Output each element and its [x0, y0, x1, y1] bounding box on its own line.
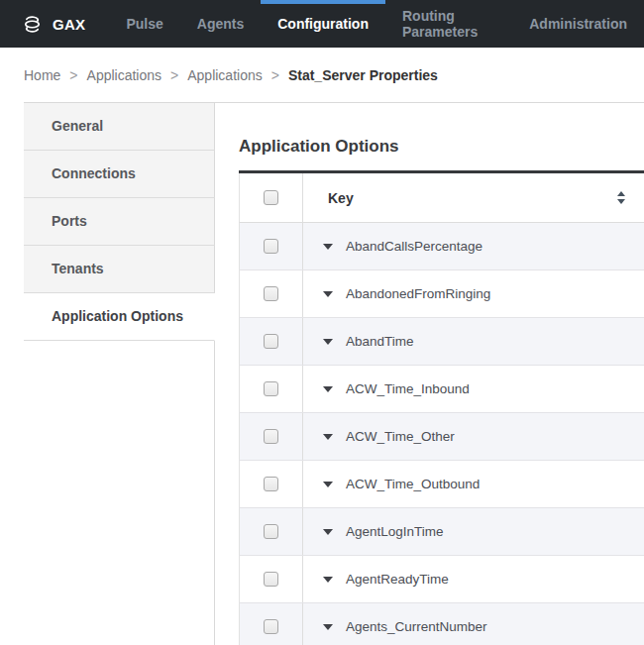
row-key-cell: AgentReadyTime — [303, 572, 644, 587]
sort-icon[interactable] — [617, 191, 625, 204]
table-row[interactable]: ACW_Time_Inbound — [239, 366, 644, 413]
row-key-cell: AbandonedFromRinging — [303, 286, 644, 301]
sidebar-tab[interactable]: Ports — [24, 198, 215, 246]
gax-logo-icon — [21, 13, 44, 36]
sidebar-tab-label: Connections — [52, 165, 136, 181]
row-key-cell: ACW_Time_Other — [303, 429, 644, 444]
nav-item[interactable]: Administration — [512, 0, 644, 48]
sidebar-tabs: General Connections Ports Tenants Applic… — [24, 103, 215, 645]
row-checkbox[interactable] — [264, 524, 278, 539]
expand-triangle-icon[interactable] — [323, 291, 333, 297]
nav-item-label: Agents — [197, 16, 244, 32]
breadcrumb-separator: > — [271, 67, 279, 83]
row-key-cell: ACW_Time_Outbound — [303, 477, 644, 491]
option-key-label: ACW_Time_Other — [346, 429, 455, 444]
select-all-cell — [240, 173, 303, 222]
brand-name: GAX — [53, 16, 85, 33]
breadcrumb-link[interactable]: Applications — [187, 67, 263, 83]
content-area: General Connections Ports Tenants Applic… — [24, 102, 644, 645]
options-table: Key AbandCa — [239, 170, 644, 645]
page-title: Application Options — [239, 137, 644, 157]
expand-triangle-icon[interactable] — [323, 244, 333, 250]
row-checkbox[interactable] — [264, 239, 278, 254]
row-checkbox[interactable] — [264, 619, 278, 634]
table-row[interactable]: ACW_Time_Other — [239, 413, 644, 461]
row-checkbox[interactable] — [264, 572, 278, 587]
sidebar-filler — [24, 341, 215, 645]
main-panel: Application Options Key — [215, 103, 644, 645]
sort-down-arrow-icon — [617, 199, 625, 204]
sidebar-tab[interactable]: General — [24, 103, 215, 151]
expand-triangle-icon[interactable] — [323, 339, 333, 345]
row-checkbox-cell — [240, 508, 303, 555]
expand-triangle-icon[interactable] — [323, 624, 333, 630]
table-row[interactable]: ACW_Time_Outbound — [239, 461, 644, 508]
table-row[interactable]: AbandCallsPercentage — [239, 223, 644, 270]
expand-triangle-icon[interactable] — [323, 577, 333, 583]
expand-triangle-icon[interactable] — [323, 529, 333, 535]
row-checkbox[interactable] — [264, 477, 278, 491]
row-checkbox-cell — [240, 223, 303, 269]
nav-item-label: Configuration — [277, 16, 369, 32]
option-key-label: AgentReadyTime — [346, 572, 449, 587]
row-key-cell: AbandCallsPercentage — [303, 239, 644, 254]
row-key-cell: ACW_Time_Inbound — [303, 381, 644, 396]
breadcrumb-links: Home > Applications > Applications > — [24, 67, 288, 83]
table-row[interactable]: AbandTime — [239, 318, 644, 366]
nav-item-label: Administration — [529, 16, 627, 32]
row-key-cell: AgentLogInTime — [303, 524, 644, 539]
row-checkbox-cell — [240, 413, 303, 460]
top-navigation-bar: GAX Pulse Agents Configuration Routing P… — [0, 0, 644, 48]
row-checkbox[interactable] — [264, 429, 278, 444]
row-checkbox-cell — [240, 366, 303, 412]
sidebar-tab-list: General Connections Ports Tenants Applic… — [24, 103, 215, 341]
row-checkbox[interactable] — [264, 286, 278, 301]
select-all-checkbox[interactable] — [264, 190, 278, 205]
row-checkbox[interactable] — [264, 334, 278, 349]
key-header-cell[interactable]: Key — [303, 190, 644, 206]
row-checkbox-cell — [240, 461, 303, 507]
row-key-cell: AbandTime — [303, 334, 644, 349]
sidebar-tab[interactable]: Tenants — [24, 246, 215, 293]
breadcrumb-link[interactable]: Home — [24, 67, 60, 83]
table-row[interactable]: AgentLogInTime — [239, 508, 644, 556]
expand-triangle-icon[interactable] — [323, 386, 333, 392]
breadcrumb-separator: > — [69, 67, 77, 83]
brand: GAX — [0, 0, 85, 48]
sidebar-tab-label: General — [52, 118, 103, 134]
breadcrumb-separator: > — [170, 67, 178, 83]
table-row[interactable]: Agents_CurrentNumber — [239, 603, 644, 645]
option-key-label: ACW_Time_Outbound — [346, 477, 480, 491]
table-row[interactable]: AbandonedFromRinging — [239, 270, 644, 318]
breadcrumb-link[interactable]: Applications — [87, 67, 162, 83]
sidebar-tab[interactable]: Connections — [24, 151, 215, 198]
table-header-row: Key — [239, 173, 644, 223]
option-key-label: ACW_Time_Inbound — [346, 381, 470, 396]
table-body: AbandCallsPercentage AbandonedFromRingin… — [239, 223, 644, 645]
sidebar-tab[interactable]: Application Options — [24, 293, 215, 341]
option-key-label: Agents_CurrentNumber — [346, 619, 487, 634]
row-key-cell: Agents_CurrentNumber — [303, 619, 644, 634]
option-key-label: AbandonedFromRinging — [346, 286, 490, 301]
breadcrumb-current: Stat_Server Properties — [288, 67, 438, 83]
sort-up-arrow-icon — [617, 191, 625, 196]
sidebar-tab-label: Application Options — [52, 308, 183, 324]
sidebar-tab-label: Ports — [52, 213, 87, 229]
sidebar-tab-label: Tenants — [52, 261, 104, 276]
nav-item[interactable]: Agents — [180, 0, 261, 48]
option-key-label: AbandTime — [346, 334, 414, 349]
table-row[interactable]: AgentReadyTime — [239, 556, 644, 603]
expand-triangle-icon[interactable] — [323, 482, 333, 487]
expand-triangle-icon[interactable] — [323, 434, 333, 440]
row-checkbox[interactable] — [264, 381, 278, 396]
nav-item[interactable]: Routing Parameters — [385, 0, 512, 48]
nav-item[interactable]: Pulse — [109, 0, 179, 48]
nav-menu: Pulse Agents Configuration Routing Param… — [109, 0, 644, 48]
row-checkbox-cell — [240, 270, 303, 317]
nav-item[interactable]: Configuration — [261, 0, 385, 48]
nav-item-label: Pulse — [126, 16, 162, 32]
row-checkbox-cell — [240, 556, 303, 602]
option-key-label: AbandCallsPercentage — [346, 239, 483, 254]
row-checkbox-cell — [240, 603, 303, 645]
breadcrumb: Home > Applications > Applications > Sta… — [0, 48, 644, 102]
